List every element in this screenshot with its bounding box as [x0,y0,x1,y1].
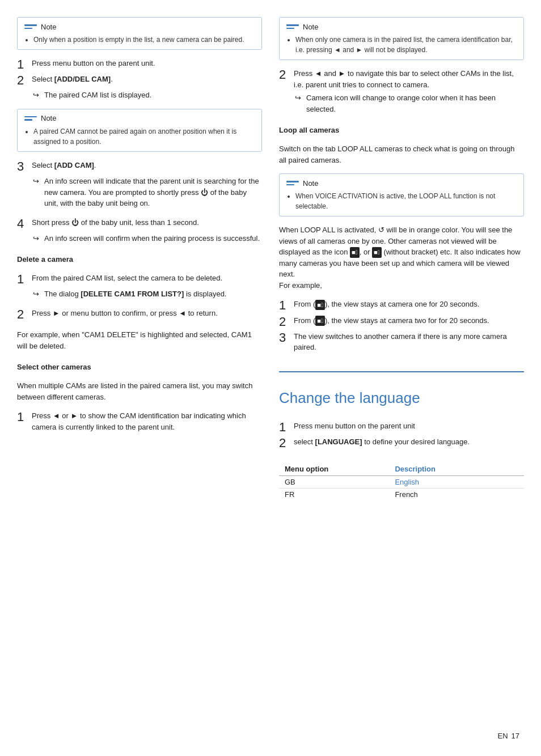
delete-heading: Delete a camera [17,255,262,264]
right-step-2-block: 2 Press ◄ and ► to navigate this bar to … [279,68,524,114]
note-icon-2 [24,114,37,123]
step-2-num: 2 [17,74,28,87]
right-note-body-1: When only one camera is in the paired li… [286,35,517,55]
note-title-2: Note [41,114,56,122]
select-step-1-num: 1 [17,410,28,424]
example-step-1-row: 1 From (■𥱁), the view stays at camera on… [279,299,524,312]
select-step-1-content: Press ◄ or ► to show the CAM identificat… [32,410,262,432]
change-lang-step-2-row: 2 select [LANGUAGE] to define your desir… [279,436,524,450]
page-number-area: EN 17 [497,732,519,740]
delete-step-1-content: From the paired CAM list, select the cam… [32,273,262,284]
page-label: EN [497,732,508,740]
note-box-1: Note Only when a position is empty in th… [17,17,262,50]
delete-step-2-num: 2 [17,308,28,321]
delete-body: For example, when "CAM1 DELETE" is highl… [17,329,262,351]
language-table: Menu option Description GB English FR Fr… [279,462,524,500]
right-note-body-2: When VOICE ACTIVATION is active, the LOO… [286,191,517,211]
right-note-header-2: Note [286,179,517,188]
note-header-2: Note [24,114,255,123]
left-column: Note Only when a position is empty in th… [17,17,262,739]
select-heading: Select other cameras [17,363,262,371]
note-title-1: Note [41,23,56,31]
select-body: When multiple CAMs are listed in the pai… [17,380,262,402]
example-step-3-num: 3 [279,331,290,345]
note-header-1: Note [24,22,255,31]
select-step-1-block: 1 Press ◄ or ► to show the CAM identific… [17,410,262,432]
right-step-2-content: Press ◄ and ► to navigate this bar to se… [294,68,524,90]
change-lang-step-1-content: Press menu button on the parent unit [294,421,524,432]
example-step-2-row: 2 From (■𥱂), the view stays at camera tw… [279,315,524,329]
right-note-title-2: Note [303,179,318,188]
step-2-arrow: ↪ The paired CAM list is displayed. [33,90,262,101]
table-col-desc: Description [389,462,524,476]
right-step-2-row: 2 Press ◄ and ► to navigate this bar to … [279,68,524,90]
right-note-box-1: Note When only one camera is in the pair… [279,17,524,60]
example-step-2-content: From (■𥱂), the view stays at camera two … [294,315,524,326]
add-del-steps: 1 Press menu button on the parent unit. … [17,58,262,101]
icon-cam1: ■𥱁 [350,247,360,258]
step-3-num: 3 [17,160,28,173]
note-box-2: Note A paired CAM cannot be paired again… [17,109,262,152]
step-4-block: 4 Short press ⏻ of the baby unit, less t… [17,217,262,244]
select-step-1-row: 1 Press ◄ or ► to show the CAM identific… [17,410,262,432]
delete-step-1-row: 1 From the paired CAM list, select the c… [17,273,262,286]
change-lang-step-1-row: 1 Press menu button on the parent unit [279,421,524,434]
page-num: 17 [512,732,519,740]
step-3-content: Select [ADD CAM]. [32,160,262,171]
step-3-row: 3 Select [ADD CAM]. [17,160,262,173]
step-3-block: 3 Select [ADD CAM]. ↪ An info screen wil… [17,160,262,209]
right-note-box-2: Note When VOICE ACTIVATION is active, th… [279,173,524,216]
change-lang-step-2-num: 2 [279,436,290,450]
for-example-steps: 1 From (■𥱁), the view stays at camera on… [279,299,524,352]
delete-step-1-block: 1 From the paired CAM list, select the c… [17,273,262,300]
step-4-content: Short press ⏻ of the baby unit, less tha… [32,217,262,228]
example-step-1-num: 1 [279,299,290,312]
table-col-option: Menu option [279,462,389,476]
table-cell-english: English [389,476,524,489]
right-step-2-arrow: ↪ Camera icon will change to orange colo… [295,92,524,114]
section-divider [279,371,524,372]
step-4-num: 4 [17,217,28,231]
step-1-content: Press menu button on the parent unit. [32,58,262,69]
delete-step-1-num: 1 [17,273,28,286]
delete-step-1-arrow: ↪ The dialog [DELETE CAM1 FROM LIST?] is… [33,288,262,300]
step-4-arrow: ↪ An info screen will confirm when the p… [33,233,262,244]
icon-cam2: ■𥱂 [372,247,382,258]
example-step-3-content: The view switches to another camera if t… [294,331,524,353]
change-lang-steps: 1 Press menu button on the parent unit 2… [279,421,524,450]
delete-step-2-content: Press ► or menu button to confirm, or pr… [32,308,262,319]
right-step-2-num: 2 [279,68,290,82]
right-note-icon-2 [286,179,299,188]
loop-all-text: When LOOP ALL is activated, ↺ will be in… [279,224,524,291]
step-1-num: 1 [17,58,28,71]
note-body-2: A paired CAM cannot be paired again on a… [24,126,255,147]
step-2-row: 2 Select [ADD/DEL CAM]. [17,74,262,87]
loop-body: Switch on the tab LOOP ALL cameras to ch… [279,143,524,165]
change-lang-step-2-content: select [LANGUAGE] to define your desired… [294,436,524,448]
right-note-title-1: Note [303,23,318,31]
step-2-content: Select [ADD/DEL CAM]. [32,74,262,85]
delete-step-2-block: 2 Press ► or menu button to confirm, or … [17,308,262,321]
table-cell-french: French [389,489,524,501]
note-body-1: Only when a position is empty in the lis… [24,35,255,45]
step-1-row: 1 Press menu button on the parent unit. [17,58,262,71]
example-step-1-content: From (■𥱁), the view stays at camera one … [294,299,524,310]
table-cell-fr: FR [279,489,389,501]
step-4-row: 4 Short press ⏻ of the baby unit, less t… [17,217,262,231]
table-row: FR French [279,489,524,501]
change-lang-step-1-num: 1 [279,421,290,434]
step-3-arrow: ↪ An info screen will indicate that the … [33,176,262,209]
example-step-2-num: 2 [279,315,290,329]
example-step-3-row: 3 The view switches to another camera if… [279,331,524,353]
right-column: Note When only one camera is in the pair… [279,17,524,739]
table-cell-gb: GB [279,476,389,489]
section-title: Change the language [279,389,524,407]
delete-step-2-row: 2 Press ► or menu button to confirm, or … [17,308,262,321]
right-note-header-1: Note [286,22,517,31]
table-row: GB English [279,476,524,489]
note-icon-1 [24,22,37,31]
right-note-icon-1 [286,22,299,31]
loop-heading: Loop all cameras [279,126,524,134]
